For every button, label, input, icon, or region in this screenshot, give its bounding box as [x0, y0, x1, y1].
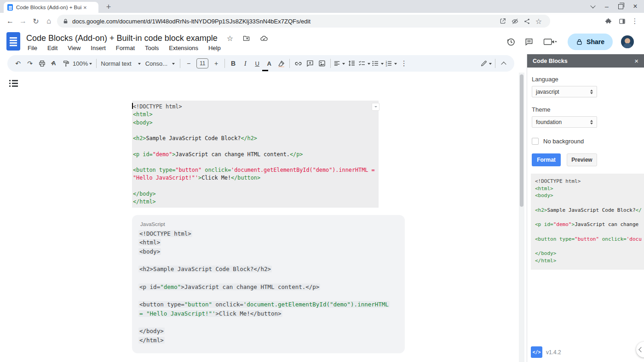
menu-file[interactable]: File — [24, 44, 41, 52]
back-icon[interactable]: ← — [5, 16, 16, 27]
menu-tools[interactable]: Tools — [141, 44, 162, 52]
cloud-saved-icon[interactable] — [259, 34, 269, 43]
eye-off-icon[interactable] — [509, 15, 521, 27]
code-line: <body> — [535, 192, 644, 199]
new-tab-button[interactable]: + — [103, 1, 114, 12]
document-scrollbar[interactable] — [519, 73, 524, 362]
numbered-list-select[interactable]: 123 — [385, 57, 398, 69]
bookmark-star-icon[interactable]: ☆ — [533, 15, 545, 27]
checklist-select[interactable] — [358, 57, 371, 69]
toolbar-overflow-kebab-icon[interactable]: ⋮ — [398, 57, 410, 69]
version-history-icon[interactable] — [501, 33, 520, 51]
font-size-input[interactable]: 11 — [196, 58, 208, 68]
browser-navbar: ← → ↻ ⌂ docs.google.com/document/d/1Wl48… — [0, 13, 644, 29]
decrease-font-icon[interactable]: − — [183, 57, 195, 69]
extensions-puzzle-icon[interactable] — [603, 16, 614, 27]
menu-view[interactable]: View — [64, 44, 84, 52]
editing-mode-select[interactable] — [480, 57, 493, 69]
format-button[interactable]: Format — [532, 153, 561, 166]
scrollbar-thumb[interactable] — [520, 74, 523, 207]
browser-tab[interactable]: Code Blocks (Add-on) + Built-in c × — [4, 2, 98, 13]
print-icon[interactable] — [36, 57, 48, 69]
addon-code-block[interactable]: <!DOCTYPE html><html><body> <h2>Sample J… — [132, 101, 379, 208]
code-language-label[interactable]: JavaScript — [140, 221, 397, 227]
share-button[interactable]: Share — [568, 34, 613, 50]
sidebar-header: Code Blocks × — [527, 54, 644, 68]
code-line: <html> — [535, 185, 644, 192]
italic-icon[interactable]: I — [239, 57, 251, 69]
zoom-select[interactable]: 100% — [72, 57, 94, 69]
code-line: <p id="demo">JavaScript can change — [535, 221, 644, 228]
window-close-button[interactable]: × — [628, 0, 642, 13]
forward-icon[interactable]: → — [17, 16, 29, 27]
code-line: <button type="button" onclick='document.… — [133, 166, 376, 174]
comments-icon[interactable] — [520, 33, 538, 51]
builtin-code-block[interactable]: JavaScript <!DOCTYPE html><html><body> <… — [132, 215, 405, 353]
add-comment-icon[interactable] — [304, 57, 316, 69]
account-avatar[interactable] — [621, 35, 634, 48]
code-line: </html> — [139, 336, 397, 345]
menu-format[interactable]: Format — [112, 44, 138, 52]
no-background-checkbox[interactable] — [532, 138, 539, 145]
font-select[interactable]: Conso... — [144, 57, 178, 69]
code-line — [133, 182, 376, 190]
paragraph-style-select[interactable]: Normal text — [99, 57, 143, 69]
side-panel-icon[interactable] — [616, 16, 627, 27]
insert-image-icon[interactable] — [316, 57, 328, 69]
code-line — [133, 127, 376, 135]
insert-link-icon[interactable] — [292, 57, 304, 69]
bold-icon[interactable]: B — [227, 57, 239, 69]
menu-edit[interactable]: Edit — [44, 44, 61, 52]
code-line — [535, 243, 644, 250]
hide-menus-chevron-icon[interactable] — [498, 57, 510, 69]
language-select[interactable]: javascript — [532, 86, 597, 97]
share-page-icon[interactable] — [521, 15, 533, 27]
select-spinner-icon — [590, 119, 593, 126]
document-outline-icon[interactable] — [9, 80, 18, 89]
star-document-icon[interactable]: ☆ — [227, 34, 233, 43]
menu-extensions[interactable]: Extensions — [165, 44, 202, 52]
undo-icon[interactable]: ↶ — [12, 57, 24, 69]
url-bar[interactable]: docs.google.com/document/d/1Wl48odRrNs-l… — [57, 15, 550, 28]
highlight-color-icon[interactable] — [275, 57, 287, 69]
line-spacing-icon[interactable] — [346, 57, 358, 69]
open-in-new-icon[interactable] — [497, 15, 509, 27]
increase-font-icon[interactable]: + — [210, 57, 222, 69]
spellcheck-icon[interactable]: A✓ — [48, 57, 60, 69]
menu-bar: File Edit View Insert Format Tools Exten… — [24, 44, 224, 52]
menu-insert[interactable]: Insert — [87, 44, 109, 52]
meet-video-icon[interactable] — [538, 33, 562, 51]
bulleted-list-select[interactable] — [371, 57, 385, 69]
code-line: <body> — [133, 119, 376, 127]
document-title[interactable]: Code Blocks (Add-on) + Built-in code blo… — [26, 34, 218, 43]
code-line — [535, 228, 644, 236]
align-select[interactable] — [333, 57, 346, 69]
text-color-icon[interactable]: A — [263, 57, 275, 69]
browser-window: Code Blocks (Add-on) + Built-in c × + – … — [0, 0, 644, 362]
tab-close-icon[interactable]: × — [83, 5, 87, 11]
code-line: <button type="button" onclick='document.… — [139, 300, 397, 309]
window-menu-chevron[interactable] — [586, 0, 600, 13]
code-line: <!DOCTYPE html> — [535, 178, 644, 185]
docs-header: Code Blocks (Add-on) + Built-in code blo… — [0, 29, 644, 54]
preview-button[interactable]: Preview — [567, 153, 597, 166]
window-restore-button[interactable] — [614, 0, 627, 13]
code-line: <p id="demo">JavaScript can change HTML … — [139, 283, 397, 291]
lock-icon — [63, 18, 69, 24]
redo-icon[interactable]: ↷ — [24, 57, 36, 69]
code-block-dropdown-icon[interactable] — [372, 103, 380, 111]
paint-format-icon[interactable] — [60, 57, 72, 69]
code-line: "Hello JavaScript!"'>Click Me!</button> — [133, 174, 376, 182]
underline-icon[interactable]: U — [251, 57, 263, 69]
home-icon[interactable]: ⌂ — [43, 16, 54, 27]
window-minimize-button[interactable]: – — [600, 0, 614, 13]
browser-menu-kebab-icon[interactable]: ⋮ — [629, 16, 640, 27]
menu-help[interactable]: Help — [205, 44, 224, 52]
collapse-sidebar-button[interactable] — [636, 342, 644, 357]
theme-select[interactable]: foundation — [532, 116, 597, 128]
move-folder-icon[interactable] — [242, 34, 250, 42]
sidebar-close-icon[interactable]: × — [634, 57, 638, 64]
code-line: <h2>Sample JavaScript Code Block?</ — [535, 207, 644, 214]
reload-icon[interactable]: ↻ — [30, 16, 41, 27]
docs-logo[interactable] — [6, 32, 20, 51]
